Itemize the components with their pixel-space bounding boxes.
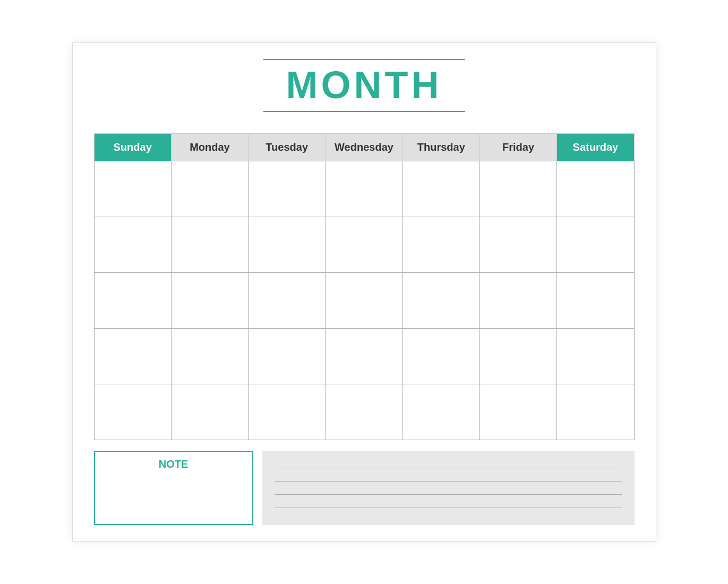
line-rule-2 (275, 481, 622, 482)
calendar-cell[interactable] (479, 384, 556, 440)
header-row: Sunday Monday Tuesday Wednesday Thursday… (94, 133, 634, 161)
calendar-row (94, 217, 634, 272)
line-rule-4 (275, 508, 622, 508)
calendar-cell[interactable] (479, 328, 556, 384)
calendar-cell[interactable] (402, 161, 479, 217)
calendar-cell[interactable] (94, 272, 171, 328)
calendar-wrapper: MONTH Sunday Monday Tuesday Wednesday Th… (72, 42, 656, 541)
calendar-cell[interactable] (94, 161, 171, 217)
calendar-cell[interactable] (94, 328, 171, 384)
calendar-cell[interactable] (249, 328, 326, 384)
calendar-cell[interactable] (249, 217, 326, 272)
calendar-cell[interactable] (326, 328, 402, 384)
header-wednesday: Wednesday (326, 133, 402, 161)
calendar-row (94, 272, 634, 328)
calendar-cell[interactable] (171, 161, 248, 217)
calendar-cell[interactable] (402, 272, 479, 328)
calendar-grid: Sunday Monday Tuesday Wednesday Thursday… (94, 133, 635, 440)
calendar-cell[interactable] (171, 272, 248, 328)
calendar-cell[interactable] (171, 384, 248, 440)
calendar-cell[interactable] (171, 217, 248, 272)
calendar-cell[interactable] (402, 217, 479, 272)
calendar-cell[interactable] (326, 161, 402, 217)
calendar-cell[interactable] (326, 384, 402, 440)
note-box[interactable]: NOTE (94, 451, 253, 525)
calendar-title: MONTH (94, 64, 635, 106)
calendar-cell[interactable] (249, 272, 326, 328)
calendar-cell[interactable] (557, 384, 634, 440)
header-monday: Monday (171, 133, 248, 161)
calendar-cell[interactable] (249, 161, 326, 217)
lines-section (262, 451, 635, 525)
calendar-row (94, 328, 634, 384)
title-section: MONTH (94, 59, 635, 111)
calendar-cell[interactable] (326, 272, 402, 328)
title-line-bottom (263, 111, 465, 112)
calendar-cell[interactable] (94, 384, 171, 440)
header-thursday: Thursday (402, 133, 479, 161)
line-rule-1 (275, 468, 622, 468)
calendar-cell[interactable] (249, 384, 326, 440)
calendar-cell[interactable] (479, 272, 556, 328)
calendar-row (94, 384, 634, 440)
header-saturday: Saturday (557, 133, 634, 161)
calendar-cell[interactable] (94, 217, 171, 272)
calendar-row (94, 161, 634, 217)
title-line-top (263, 59, 465, 60)
header-tuesday: Tuesday (249, 133, 326, 161)
calendar-cell[interactable] (557, 328, 634, 384)
calendar-cell[interactable] (557, 272, 634, 328)
line-rule-3 (275, 494, 622, 495)
note-label: NOTE (104, 458, 244, 470)
header-friday: Friday (479, 133, 556, 161)
calendar-cell[interactable] (402, 384, 479, 440)
calendar-cell[interactable] (326, 217, 402, 272)
calendar-cell[interactable] (402, 328, 479, 384)
calendar-cell[interactable] (479, 217, 556, 272)
header-sunday: Sunday (94, 133, 171, 161)
bottom-section: NOTE (94, 451, 635, 525)
calendar-cell[interactable] (479, 161, 556, 217)
calendar-cell[interactable] (557, 217, 634, 272)
calendar-cell[interactable] (171, 328, 248, 384)
calendar-cell[interactable] (557, 161, 634, 217)
